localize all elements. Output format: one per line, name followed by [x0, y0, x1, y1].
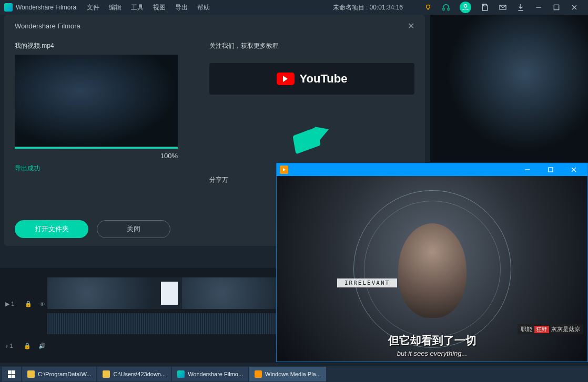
maximize-icon[interactable] — [552, 3, 561, 12]
start-button[interactable] — [2, 367, 21, 381]
watermark-name: 灰灰是菇凉 — [551, 325, 580, 333]
lightbulb-icon[interactable] — [424, 3, 432, 12]
taskbar: C:\ProgramData\W... C:\Users\423down... … — [0, 366, 588, 382]
export-status: 导出成功 — [15, 164, 178, 173]
megaphone-icon — [288, 121, 336, 158]
menu-view[interactable]: 视图 — [153, 3, 166, 12]
minimize-icon[interactable] — [534, 3, 543, 12]
taskbar-item[interactable]: C:\ProgramData\W... — [22, 367, 96, 381]
lock-icon[interactable]: 🔒 — [24, 343, 31, 349]
video-track-controls: ▶ 1 🔒 👁 — [2, 300, 45, 308]
taskbar-item-label: C:\ProgramData\W... — [38, 371, 91, 377]
svg-point-3 — [464, 5, 467, 7]
youtube-icon — [277, 73, 295, 85]
close-icon[interactable] — [570, 3, 579, 12]
menu-tools[interactable]: 工具 — [131, 3, 144, 12]
media-player-titlebar[interactable] — [277, 163, 587, 176]
filmora-icon — [177, 370, 185, 378]
hud-label: IRRELEVANT — [337, 278, 397, 287]
filmora-logo-icon — [4, 3, 13, 12]
watermark-tag: 狂野 — [534, 326, 549, 333]
subtitle-english: but it sees everything... — [277, 349, 587, 357]
video-subject — [398, 223, 467, 318]
eye-icon[interactable]: 👁 — [39, 301, 45, 307]
envelope-icon[interactable] — [499, 3, 507, 12]
preview-panel — [430, 15, 588, 162]
open-folder-button[interactable]: 打开文件夹 — [15, 220, 88, 238]
watermark-prefix: 职能 — [521, 325, 532, 333]
top-icon-group — [424, 2, 579, 13]
windows-icon — [8, 370, 15, 378]
app-title: Wondershare Filmora — [16, 4, 76, 11]
video-track-label: ▶ 1 — [2, 300, 17, 308]
svg-rect-2 — [448, 8, 449, 10]
youtube-link[interactable]: YouTube — [209, 63, 414, 95]
save-icon[interactable] — [481, 3, 489, 12]
audio-track-label: ♪ 1 — [2, 342, 16, 350]
project-info: 未命名项目 : 00:01:34:16 — [333, 3, 403, 12]
media-player-video[interactable]: IRRELEVANT 职能 狂野 灰灰是菇凉 但它却看到了一切 but it s… — [277, 176, 587, 362]
audio-track-controls: ♪ 1 🔒 🔊 — [2, 342, 46, 350]
taskbar-item-label: C:\Users\423down... — [113, 371, 166, 377]
preview-frame — [430, 15, 588, 162]
media-player-icon — [255, 370, 262, 378]
headphones-icon[interactable] — [442, 3, 450, 12]
media-player-window: IRRELEVANT 职能 狂野 灰灰是菇凉 但它却看到了一切 but it s… — [276, 163, 588, 362]
promo-graphic — [209, 110, 414, 168]
folder-icon — [103, 370, 110, 378]
clip[interactable] — [47, 277, 181, 309]
svg-rect-7 — [549, 168, 553, 172]
youtube-label: YouTube — [300, 72, 348, 86]
menu-edit[interactable]: 编辑 — [109, 3, 121, 12]
taskbar-item[interactable]: Windows Media Pla... — [249, 367, 326, 381]
media-player-icon — [280, 166, 288, 174]
menubar: Wondershare Filmora 文件 编辑 工具 视图 导出 帮助 未命… — [0, 0, 588, 15]
export-thumbnail — [15, 55, 178, 146]
lock-icon[interactable]: 🔒 — [25, 301, 32, 307]
menu-help[interactable]: 帮助 — [197, 3, 210, 12]
export-progress-bar — [15, 147, 178, 149]
svg-point-0 — [427, 5, 430, 8]
taskbar-item-label: Windows Media Pla... — [265, 371, 321, 377]
follow-text: 关注我们，获取更多教程 — [209, 42, 414, 50]
wmp-close-icon[interactable] — [563, 164, 584, 175]
menu-file[interactable]: 文件 — [87, 3, 99, 12]
menu-export[interactable]: 导出 — [175, 3, 188, 12]
svg-rect-1 — [443, 8, 444, 10]
export-filename: 我的视频.mp4 — [15, 42, 178, 50]
subtitle-chinese: 但它却看到了一切 — [277, 333, 587, 348]
user-avatar-icon[interactable] — [460, 2, 471, 13]
taskbar-item[interactable]: C:\Users\423down... — [97, 367, 171, 381]
close-button[interactable]: 关闭 — [97, 220, 170, 238]
download-icon[interactable] — [516, 3, 525, 12]
wmp-minimize-icon[interactable] — [517, 164, 538, 175]
dialog-title: Wondershare Filmora — [15, 22, 80, 30]
svg-rect-4 — [483, 4, 486, 6]
wmp-maximize-icon[interactable] — [540, 164, 561, 175]
taskbar-item-label: Wondershare Filmo... — [188, 371, 243, 377]
svg-rect-6 — [554, 5, 559, 9]
folder-icon — [27, 370, 35, 378]
speaker-icon[interactable]: 🔊 — [38, 343, 46, 349]
taskbar-item[interactable]: Wondershare Filmo... — [172, 367, 248, 381]
menu-list: 文件 编辑 工具 视图 导出 帮助 — [87, 3, 210, 12]
export-percent: 100% — [15, 152, 178, 160]
dialog-close-icon[interactable]: ✕ — [408, 21, 414, 31]
app-logo: Wondershare Filmora — [4, 3, 76, 12]
